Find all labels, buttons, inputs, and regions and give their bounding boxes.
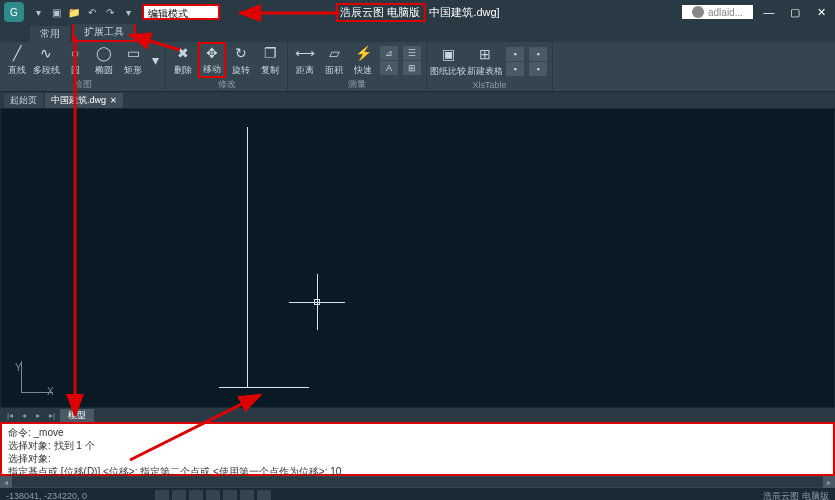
s2[interactable]: ▪ bbox=[506, 62, 524, 76]
minimize-button[interactable]: — bbox=[759, 4, 779, 20]
s1[interactable]: ▪ bbox=[506, 47, 524, 61]
user-button[interactable]: adlaid... bbox=[682, 5, 753, 19]
ribbon-tabs: 常用 扩展工具 bbox=[0, 24, 835, 42]
layout-model[interactable]: 模型 bbox=[60, 409, 94, 422]
area-icon: ▱ bbox=[324, 43, 344, 63]
coords: -138041, -234220, 0 bbox=[6, 491, 87, 500]
status-toggles bbox=[155, 490, 271, 500]
layout-tabs: |◂ ◂ ▸ ▸| 模型 bbox=[0, 408, 835, 422]
draw-more-button[interactable]: ▾ bbox=[148, 42, 162, 78]
line-button[interactable]: ╱直线 bbox=[3, 42, 31, 78]
maximize-button[interactable]: ▢ bbox=[785, 4, 805, 20]
file-tab-start[interactable]: 起始页 bbox=[4, 93, 43, 108]
compare-button[interactable]: ▣图纸比较 bbox=[430, 43, 466, 79]
measure-small4[interactable]: ⊞ bbox=[403, 61, 421, 75]
drawing-line-vertical bbox=[247, 127, 248, 387]
h-scrollbar[interactable]: ◂ ▸ bbox=[0, 476, 835, 488]
qat-redo-icon[interactable]: ↷ bbox=[102, 4, 118, 20]
measure-group-label: 测量 bbox=[288, 78, 426, 92]
qat-more-icon[interactable]: ▾ bbox=[120, 4, 136, 20]
measure-small3[interactable]: ☰ bbox=[403, 46, 421, 60]
user-label: adlaid... bbox=[708, 7, 743, 18]
qat-save-icon[interactable]: 📁 bbox=[66, 4, 82, 20]
drawing-line-horizontal bbox=[219, 387, 309, 388]
qat-new-icon[interactable]: ▾ bbox=[30, 4, 46, 20]
quick-icon: ⚡ bbox=[353, 43, 373, 63]
cmd-line: 选择对象: bbox=[8, 452, 827, 465]
draw-group-label: 绘图 bbox=[0, 78, 165, 92]
rotate-icon: ↻ bbox=[231, 43, 251, 63]
polyline-icon: ∿ bbox=[36, 43, 56, 63]
edit-group-label: 修改 bbox=[166, 78, 287, 92]
nav-prev[interactable]: ◂ bbox=[18, 409, 30, 421]
tab-main[interactable]: 常用 bbox=[30, 26, 70, 42]
command-window[interactable]: 命令: _move 选择对象: 找到 1 个 选择对象: 指定基点或 [位移(D… bbox=[0, 422, 835, 476]
brand-name: 浩辰云图 电脑版 bbox=[335, 3, 425, 22]
cmd-line: 命令: _move bbox=[8, 426, 827, 439]
status-bar: -138041, -234220, 0 浩辰云图 电脑版 bbox=[0, 488, 835, 500]
quick-access-toolbar: ▾ ▣ 📁 ↶ ↷ ▾ bbox=[30, 4, 136, 20]
footer-brand: 浩辰云图 电脑版 bbox=[763, 490, 829, 501]
scroll-right[interactable]: ▸ bbox=[823, 476, 835, 488]
s3[interactable]: ▪ bbox=[529, 47, 547, 61]
qat-open-icon[interactable]: ▣ bbox=[48, 4, 64, 20]
nav-first[interactable]: |◂ bbox=[4, 409, 16, 421]
chevron-down-icon: ▾ bbox=[145, 50, 165, 70]
move-button[interactable]: ✥移动 bbox=[198, 42, 226, 78]
status-toggle[interactable] bbox=[206, 490, 220, 500]
s4[interactable]: ▪ bbox=[529, 62, 547, 76]
measure-small2[interactable]: A bbox=[380, 61, 398, 75]
delete-icon: ✖ bbox=[173, 43, 193, 63]
compare-icon: ▣ bbox=[438, 44, 458, 64]
line-icon: ╱ bbox=[7, 43, 27, 63]
app-icon[interactable]: G bbox=[4, 2, 24, 22]
ellipse-button[interactable]: ◯椭圆 bbox=[90, 42, 118, 78]
search-input[interactable]: 编辑模式 bbox=[142, 4, 220, 20]
new-table-button[interactable]: ⊞新建表格 bbox=[467, 43, 503, 79]
title-bar: G ▾ ▣ 📁 ↶ ↷ ▾ 编辑模式 浩辰云图 电脑版 中国建筑.dwg] ad… bbox=[0, 0, 835, 24]
file-tabs: 起始页 中国建筑.dwg✕ bbox=[0, 92, 835, 108]
area-button[interactable]: ▱面积 bbox=[320, 42, 348, 78]
distance-button[interactable]: ⟷距离 bbox=[291, 42, 319, 78]
ribbon-group-measure: ⟷距离 ▱面积 ⚡快速 ⊿ A ☰ ⊞ 测量 bbox=[288, 42, 427, 91]
ribbon: ╱直线 ∿多段线 ○圆 ◯椭圆 ▭矩形 ▾ 绘图 ✖删除 ✥移动 ↻旋转 ❐复制… bbox=[0, 42, 835, 92]
nav-next[interactable]: ▸ bbox=[32, 409, 44, 421]
move-icon: ✥ bbox=[202, 44, 222, 62]
ribbon-group-compare: ▣图纸比较 ⊞新建表格 ▪ ▪ ▪ ▪ XlsTable bbox=[427, 42, 553, 91]
close-icon[interactable]: ✕ bbox=[110, 96, 117, 105]
scroll-left[interactable]: ◂ bbox=[0, 476, 12, 488]
tab-ext-tools[interactable]: 扩展工具 bbox=[72, 22, 136, 42]
user-icon bbox=[692, 6, 704, 18]
ellipse-icon: ◯ bbox=[94, 43, 114, 63]
polyline-button[interactable]: ∿多段线 bbox=[32, 42, 60, 78]
status-toggle[interactable] bbox=[189, 490, 203, 500]
file-tab-current[interactable]: 中国建筑.dwg✕ bbox=[45, 93, 123, 108]
table-icon: ⊞ bbox=[475, 44, 495, 64]
circle-icon: ○ bbox=[65, 43, 85, 63]
xlstable-label: XlsTable bbox=[427, 80, 552, 91]
cmd-line: 选择对象: 找到 1 个 bbox=[8, 439, 827, 452]
close-button[interactable]: ✕ bbox=[811, 4, 831, 20]
quick-button[interactable]: ⚡快速 bbox=[349, 42, 377, 78]
cursor-pickbox bbox=[314, 299, 320, 305]
ribbon-group-edit: ✖删除 ✥移动 ↻旋转 ❐复制 修改 bbox=[166, 42, 288, 91]
nav-last[interactable]: ▸| bbox=[46, 409, 58, 421]
circle-button[interactable]: ○圆 bbox=[61, 42, 89, 78]
title-filename: 中国建筑.dwg] bbox=[429, 5, 499, 20]
qat-undo-icon[interactable]: ↶ bbox=[84, 4, 100, 20]
distance-icon: ⟷ bbox=[295, 43, 315, 63]
status-toggle[interactable] bbox=[155, 490, 169, 500]
rect-button[interactable]: ▭矩形 bbox=[119, 42, 147, 78]
copy-icon: ❐ bbox=[260, 43, 280, 63]
status-toggle[interactable] bbox=[172, 490, 186, 500]
status-toggle[interactable] bbox=[257, 490, 271, 500]
rect-icon: ▭ bbox=[123, 43, 143, 63]
delete-button[interactable]: ✖删除 bbox=[169, 42, 197, 78]
copy-button[interactable]: ❐复制 bbox=[256, 42, 284, 78]
ribbon-group-draw: ╱直线 ∿多段线 ○圆 ◯椭圆 ▭矩形 ▾ 绘图 bbox=[0, 42, 166, 91]
status-toggle[interactable] bbox=[240, 490, 254, 500]
measure-small1[interactable]: ⊿ bbox=[380, 46, 398, 60]
rotate-button[interactable]: ↻旋转 bbox=[227, 42, 255, 78]
status-toggle[interactable] bbox=[223, 490, 237, 500]
drawing-canvas[interactable]: Y X bbox=[0, 108, 835, 408]
